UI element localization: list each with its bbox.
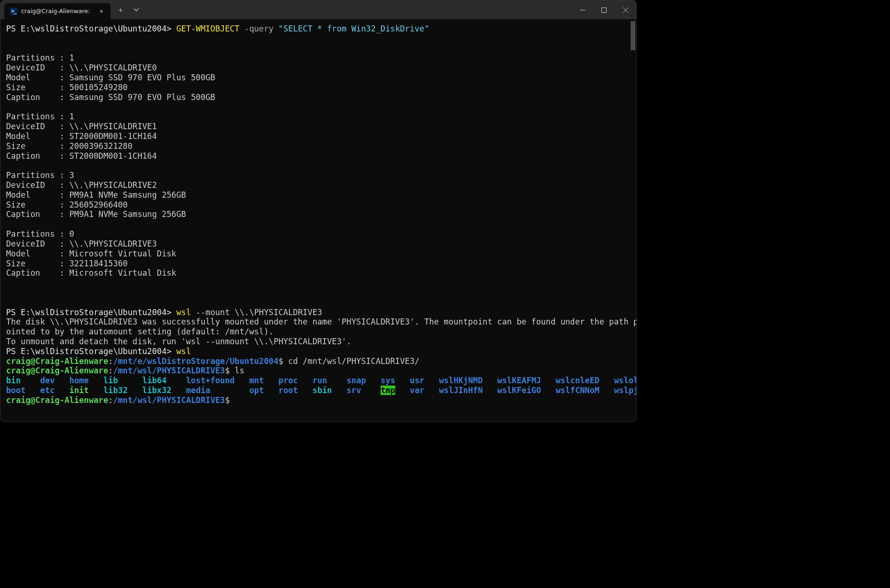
ls-row: bin dev home lib lib64 lost+found mnt pr… — [6, 376, 631, 386]
blank-line — [6, 102, 631, 112]
drive-field: Partitions : 0 — [6, 229, 631, 239]
drive-field: Model : Samsung SSD 970 EVO Plus 500GB — [6, 73, 631, 83]
drive-field: DeviceID : \\.\PHYSICALDRIVE3 — [6, 239, 631, 249]
tab-close-button[interactable]: ✕ — [97, 7, 106, 15]
svg-rect-0 — [601, 8, 606, 12]
linux-prompt: craig@Craig-Alienware:/mnt/wsl/PHYSICALD… — [6, 366, 631, 376]
drive-field: Caption : ST2000DM001-1CH164 — [6, 151, 631, 161]
drive-field: Size : 256052966400 — [6, 200, 631, 210]
mount-output: To unmount and detach the disk, run 'wsl… — [6, 337, 631, 347]
tab-actions: ＋ — [112, 0, 144, 19]
tab-dropdown-button[interactable] — [128, 2, 144, 18]
drive-field: Partitions : 1 — [6, 53, 631, 63]
minimize-button[interactable] — [571, 0, 593, 19]
blank-line — [6, 44, 631, 54]
mount-output: ointed to by the automount setting (defa… — [6, 327, 631, 337]
drive-field: Size : 322118415360 — [6, 259, 631, 269]
blank-line — [6, 161, 631, 170]
drive-field: DeviceID : \\.\PHYSICALDRIVE2 — [6, 180, 631, 190]
drive-field: Size : 500105249280 — [6, 83, 631, 93]
prompt-line: PS E:\wslDistroStorage\Ubuntu2004> wsl — [6, 347, 631, 356]
blank-line — [6, 34, 631, 44]
powershell-icon: >_ — [10, 8, 17, 15]
prompt-line: PS E:\wslDistroStorage\Ubuntu2004> wsl -… — [6, 308, 631, 317]
drive-field: Model : Microsoft Virtual Disk — [6, 249, 631, 259]
drive-field: Partitions : 3 — [6, 170, 631, 180]
drive-field: Model : PM9A1 NVMe Samsung 256GB — [6, 190, 631, 200]
drive-field: Caption : Samsung SSD 970 EVO Plus 500GB — [6, 93, 631, 102]
drive-field: Partitions : 1 — [6, 112, 631, 122]
linux-prompt: craig@Craig-Alienware:/mnt/e/wslDistroSt… — [6, 356, 631, 366]
drive-field: Caption : PM9A1 NVMe Samsung 256GB — [6, 209, 631, 219]
drive-field: DeviceID : \\.\PHYSICALDRIVE0 — [6, 63, 631, 73]
tab-active[interactable]: >_ craig@Craig-Alienware: /mnt/w ✕ — [4, 3, 110, 19]
terminal-output[interactable]: PS E:\wslDistroStorage\Ubuntu2004> GET-W… — [0, 19, 636, 421]
window-controls — [571, 0, 636, 19]
drive-field: DeviceID : \\.\PHYSICALDRIVE1 — [6, 122, 631, 132]
prompt-line: PS E:\wslDistroStorage\Ubuntu2004> GET-W… — [6, 24, 631, 34]
linux-prompt: craig@Craig-Alienware:/mnt/wsl/PHYSICALD… — [6, 395, 631, 405]
new-tab-button[interactable]: ＋ — [112, 2, 128, 18]
tab-title: craig@Craig-Alienware: /mnt/w — [21, 8, 92, 15]
close-button[interactable] — [615, 0, 636, 19]
drive-field: Model : ST2000DM001-1CH164 — [6, 132, 631, 141]
blank-line — [6, 288, 631, 298]
blank-line — [6, 298, 631, 308]
blank-line — [6, 278, 631, 288]
maximize-button[interactable] — [593, 0, 615, 19]
blank-line — [6, 219, 631, 229]
terminal-window: >_ craig@Craig-Alienware: /mnt/w ✕ ＋ PS … — [0, 0, 637, 422]
drive-field: Size : 2000396321280 — [6, 141, 631, 151]
mount-output: The disk \\.\PHYSICALDRIVE3 was successf… — [6, 317, 631, 327]
drive-field: Caption : Microsoft Virtual Disk — [6, 268, 631, 278]
ls-row: boot etc init lib32 libx32 media opt roo… — [6, 386, 631, 395]
titlebar[interactable]: >_ craig@Craig-Alienware: /mnt/w ✕ ＋ — [0, 0, 636, 19]
